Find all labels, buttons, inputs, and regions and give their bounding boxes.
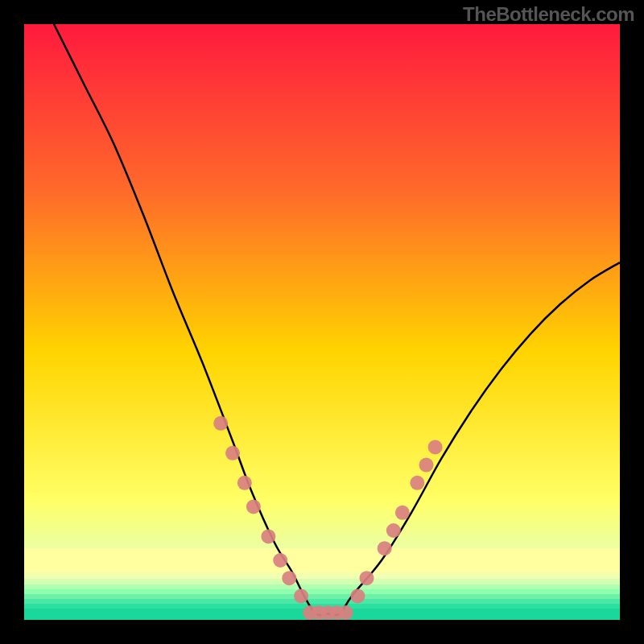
plot-area [24,24,620,620]
data-marker [339,605,353,620]
data-marker [213,416,228,431]
data-marker [360,571,374,585]
data-marker [410,476,424,490]
data-marker [378,541,392,555]
data-marker [237,476,252,490]
bottom-stripe [24,548,620,573]
bottom-stripe [24,572,620,580]
data-marker [428,440,443,454]
data-marker [225,446,240,460]
bottom-stripe [24,599,620,605]
chart-svg [24,24,620,620]
data-marker [419,458,434,473]
data-marker [273,553,287,568]
bottom-stripe [24,589,620,595]
data-marker [282,571,296,585]
data-marker [261,529,275,543]
attribution-text: TheBottleneck.com [463,3,634,26]
chart-container: TheBottleneck.com [0,0,644,644]
bottom-stripe [24,579,620,585]
data-marker [386,523,401,538]
data-marker [246,499,261,514]
data-marker [395,506,410,520]
data-marker [294,588,308,603]
data-marker [350,588,365,603]
gradient-background [24,24,620,620]
bottom-stripe [24,584,620,590]
bottom-stripe [24,594,620,600]
